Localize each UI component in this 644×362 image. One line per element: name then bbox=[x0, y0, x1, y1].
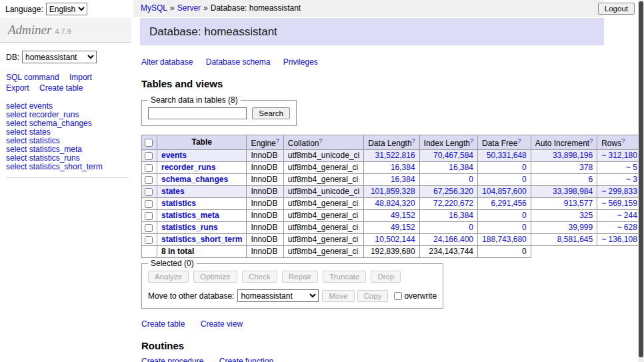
table-link[interactable]: statistics_meta bbox=[161, 211, 219, 220]
row-checkbox[interactable] bbox=[145, 236, 153, 244]
table-name-cell: statistics_meta bbox=[157, 210, 247, 222]
move-database-select[interactable]: homeassistant bbox=[237, 289, 319, 302]
privileges-link[interactable]: Privileges bbox=[283, 57, 318, 67]
data-free-cell: 50,331,648 bbox=[478, 150, 531, 162]
table-header-row: Table Engine? Collation? Data Length? In… bbox=[142, 135, 644, 150]
scrollbar-thumb[interactable] bbox=[639, 1, 643, 357]
alter-database-link[interactable]: Alter database bbox=[141, 57, 193, 67]
overwrite-label: overwrite bbox=[404, 291, 437, 301]
search-input[interactable] bbox=[148, 107, 247, 119]
table-link[interactable]: statistics_short_term bbox=[161, 235, 242, 244]
analyze-button[interactable]: Analyze bbox=[148, 271, 189, 283]
export-link[interactable]: Export bbox=[6, 83, 29, 93]
column-header-auto-increment[interactable]: Auto Increment? bbox=[531, 135, 597, 150]
table-links-list: select events select recorder_runs selec… bbox=[6, 102, 129, 178]
select-all-checkbox[interactable] bbox=[145, 139, 153, 147]
check-button[interactable]: Check bbox=[242, 271, 277, 283]
collation-cell: utf8mb4_general_ci bbox=[283, 174, 363, 186]
table-total-row: 8 in total InnoDB utf8mb4_general_ci 192… bbox=[142, 246, 644, 258]
breadcrumb-separator: » bbox=[203, 3, 208, 13]
table-row: statistics_short_term InnoDB utf8mb4_gen… bbox=[142, 234, 644, 246]
truncate-button[interactable]: Truncate bbox=[323, 271, 366, 283]
column-header-collation[interactable]: Collation? bbox=[283, 135, 363, 150]
engine-cell: InnoDB bbox=[247, 150, 283, 162]
index-length-cell: 0 bbox=[419, 222, 477, 234]
help-icon[interactable]: ? bbox=[319, 137, 322, 144]
db-select[interactable]: homeassistant bbox=[22, 51, 97, 63]
app-title: Adminer4.7.9 bbox=[0, 18, 131, 43]
create-procedure-link[interactable]: Create procedure bbox=[141, 357, 203, 362]
table-link[interactable]: statistics bbox=[161, 199, 196, 208]
overwrite-checkbox[interactable] bbox=[394, 292, 402, 300]
column-header-engine[interactable]: Engine? bbox=[247, 135, 283, 150]
language-select[interactable]: English bbox=[46, 3, 87, 15]
engine-cell: InnoDB bbox=[247, 198, 283, 210]
rows-cell: ~ 312,180 bbox=[597, 150, 642, 162]
row-checkbox[interactable] bbox=[145, 212, 153, 220]
auto-increment-cell: 33,898,196 bbox=[531, 150, 597, 162]
table-link[interactable]: statistics_runs bbox=[161, 223, 218, 232]
row-checkbox[interactable] bbox=[145, 188, 153, 196]
breadcrumb-link-server[interactable]: Server bbox=[177, 3, 201, 13]
rows-cell: ~ 5 bbox=[597, 162, 642, 174]
row-checkbox[interactable] bbox=[145, 200, 153, 208]
rows-cell: ~ 628 bbox=[597, 222, 642, 234]
breadcrumb-separator: » bbox=[170, 3, 175, 13]
help-icon[interactable]: ? bbox=[621, 137, 625, 144]
auto-increment-cell: 8,581,645 bbox=[531, 234, 597, 246]
breadcrumb-link-mysql[interactable]: MySQL bbox=[141, 3, 167, 13]
column-header-table[interactable]: Table bbox=[157, 135, 247, 150]
app-name: Adminer bbox=[8, 23, 51, 37]
total-label-cell: 8 in total bbox=[157, 246, 247, 258]
column-header-rows[interactable]: Rows? bbox=[597, 135, 642, 150]
table-link[interactable]: states bbox=[161, 187, 185, 196]
help-icon[interactable]: ? bbox=[470, 137, 473, 144]
engine-cell: InnoDB bbox=[247, 234, 283, 246]
move-button[interactable]: Move bbox=[322, 290, 354, 302]
database-schema-link[interactable]: Database schema bbox=[206, 57, 271, 67]
help-icon[interactable]: ? bbox=[589, 137, 593, 144]
table-row: states InnoDB utf8mb4_unicode_ci 101,859… bbox=[142, 186, 644, 198]
index-length-cell: 24,166,400 bbox=[419, 234, 477, 246]
engine-cell: InnoDB bbox=[247, 162, 283, 174]
table-name-cell: statistics bbox=[157, 198, 247, 210]
column-header-data-free[interactable]: Data Free? bbox=[478, 135, 531, 150]
row-checkbox[interactable] bbox=[145, 224, 153, 232]
table-name-cell: events bbox=[157, 150, 247, 162]
create-function-link[interactable]: Create function bbox=[219, 357, 273, 362]
help-icon[interactable]: ? bbox=[517, 137, 521, 144]
create-view-link[interactable]: Create view bbox=[201, 319, 243, 329]
table-link[interactable]: events bbox=[161, 151, 187, 160]
create-table-link[interactable]: Create table bbox=[39, 83, 83, 93]
data-free-cell: 0 bbox=[478, 222, 531, 234]
sql-command-link[interactable]: SQL command bbox=[6, 73, 59, 82]
selected-fieldset: Selected (0) Analyze Optimize Check Repa… bbox=[141, 259, 443, 309]
row-checkbox[interactable] bbox=[145, 164, 153, 172]
repair-button[interactable]: Repair bbox=[282, 271, 318, 283]
drop-button[interactable]: Drop bbox=[371, 271, 401, 283]
data-length-cell: 49,152 bbox=[364, 222, 419, 234]
import-link[interactable]: Import bbox=[69, 73, 92, 82]
scrollbar[interactable] bbox=[638, 0, 644, 362]
copy-button[interactable]: Copy bbox=[357, 290, 389, 302]
table-link[interactable]: recorder_runs bbox=[161, 163, 215, 172]
column-header-data-length[interactable]: Data Length? bbox=[364, 135, 419, 150]
logout-button[interactable]: Logout bbox=[598, 3, 635, 15]
create-table-link-main[interactable]: Create table bbox=[141, 319, 185, 329]
routines-heading: Routines bbox=[141, 340, 604, 351]
row-checkbox[interactable] bbox=[145, 176, 153, 184]
optimize-button[interactable]: Optimize bbox=[193, 271, 237, 283]
sidebar: DB:homeassistant SQL command Import Expo… bbox=[0, 43, 131, 178]
tables-views-heading: Tables and views bbox=[141, 78, 604, 89]
index-length-cell: 0 bbox=[419, 174, 477, 186]
adminer-app: Language:English MySQL»Server»Database: … bbox=[0, 0, 644, 362]
help-icon[interactable]: ? bbox=[276, 137, 279, 144]
help-icon[interactable]: ? bbox=[412, 137, 415, 144]
column-header-index-length[interactable]: Index Length? bbox=[419, 135, 477, 150]
auto-increment-cell: 378 bbox=[531, 162, 597, 174]
table-link[interactable]: schema_changes bbox=[161, 175, 228, 184]
search-button[interactable]: Search bbox=[252, 107, 289, 119]
row-checkbox[interactable] bbox=[145, 152, 153, 160]
total-index-length-cell: 234,143,744 bbox=[419, 246, 477, 258]
sidebar-item-select-statistics-short-term[interactable]: select statistics_short_term bbox=[6, 163, 129, 171]
